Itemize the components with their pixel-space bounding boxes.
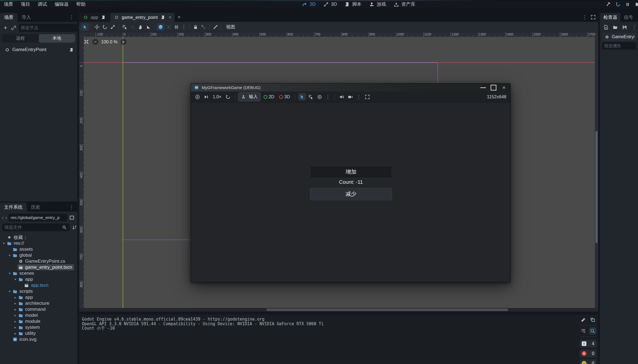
fs-tree-item-assets[interactable]: assets xyxy=(0,246,77,252)
smart-snap-icon[interactable] xyxy=(156,23,164,31)
sort-files-icon[interactable] xyxy=(71,224,78,231)
fs-tree-item-command[interactable]: ▸command xyxy=(0,306,77,312)
increase-button[interactable]: 增加 xyxy=(310,166,392,178)
mode-button-3D[interactable]: 3D xyxy=(320,0,339,8)
fs-tree-item-game_entry_point.tscn[interactable]: game_entry_point.tscn xyxy=(0,264,77,270)
toolbar-options-icon[interactable]: ⋮ xyxy=(180,24,187,30)
pan-hand-icon[interactable] xyxy=(137,23,144,31)
camera-mode-3D[interactable]: 3D xyxy=(277,94,292,99)
camera-mode-2D[interactable]: 2D xyxy=(262,94,276,99)
snap-options-icon[interactable] xyxy=(172,23,180,31)
maximize-button[interactable] xyxy=(489,85,498,91)
scene-filter-field[interactable] xyxy=(19,24,86,32)
game-toolbar-options-icon[interactable]: ⋮ xyxy=(324,94,332,100)
mode-button-脚本[interactable]: 脚本 xyxy=(341,0,364,8)
new-scene-tab-button[interactable]: + xyxy=(175,13,183,22)
hscroll-thumb[interactable] xyxy=(266,309,508,311)
zoom-in-button[interactable]: + xyxy=(120,39,126,45)
copy-output-icon[interactable] xyxy=(589,316,596,323)
tab-history[interactable]: 历史 xyxy=(27,203,44,212)
tab-import-dock[interactable]: 导入 xyxy=(17,13,35,22)
messages-count-badge[interactable]: !4 xyxy=(580,340,596,348)
mode-button-游戏[interactable]: 游戏 xyxy=(366,0,388,8)
left-dock-menu-icon[interactable]: ⋮ xyxy=(68,14,75,20)
group-icon[interactable] xyxy=(199,23,207,31)
tab-signals[interactable]: 信号 xyxy=(621,13,636,22)
collapse-arrow-icon[interactable]: ▾ xyxy=(7,271,12,275)
collapse-arrow-icon[interactable]: ▾ xyxy=(7,289,12,293)
game-toolbar-options-icon[interactable]: ⋮ xyxy=(355,94,362,100)
fs-tree-item-scripts[interactable]: ▾scripts xyxy=(0,288,77,294)
input-mode-toggle[interactable]: 输入 xyxy=(238,92,261,101)
bone-icon[interactable] xyxy=(211,23,219,31)
game-window-titlebar[interactable]: MyGFrameworkGame (DEBUG) × xyxy=(191,84,510,91)
speed-label[interactable]: 1.0× xyxy=(211,94,223,99)
add-node-icon[interactable]: + xyxy=(2,25,9,31)
stop-button[interactable] xyxy=(634,1,638,8)
collapse-arrow-icon[interactable]: ▾ xyxy=(2,241,6,245)
output-log[interactable]: Godot Engine v4.6.stable.mono.official.8… xyxy=(82,317,576,331)
save-resource-icon[interactable] xyxy=(621,24,628,31)
fs-tree-item-icon.svg[interactable]: icon.svg xyxy=(0,336,77,342)
expand-arrow-icon[interactable]: ▸ xyxy=(13,307,17,311)
fs-tree-item-[interactable]: ★收藏： xyxy=(0,234,77,240)
expand-arrow-icon[interactable]: ▸ xyxy=(13,295,17,299)
split-view-icon[interactable] xyxy=(69,214,75,221)
tab-inspector[interactable]: 检查器 xyxy=(600,13,621,22)
inspector-options-icon[interactable]: ⋮ xyxy=(631,24,638,30)
close-tab-icon[interactable]: × xyxy=(168,15,172,20)
mode-button-2D[interactable]: 2D xyxy=(299,0,318,8)
list-select-icon[interactable] xyxy=(307,93,315,100)
fs-tree-item-system[interactable]: ▸system xyxy=(0,324,77,330)
scene-tabs-menu-icon[interactable]: ⋮ xyxy=(581,14,588,20)
select-arrow-icon[interactable] xyxy=(81,23,89,31)
file-filter-field[interactable] xyxy=(2,223,70,231)
scene-tab-app[interactable]: app xyxy=(79,13,110,22)
vscroll-thumb[interactable] xyxy=(595,131,598,243)
scene-filter-input[interactable] xyxy=(21,25,77,30)
load-resource-icon[interactable] xyxy=(612,24,619,31)
menu-item-4[interactable]: 帮助 xyxy=(72,0,89,8)
close-button[interactable]: × xyxy=(500,85,508,91)
property-filter-input[interactable] xyxy=(604,43,634,48)
pause-circle-icon[interactable] xyxy=(194,93,201,100)
remote-tab[interactable]: 远程 xyxy=(2,34,39,43)
eye-target-icon[interactable] xyxy=(316,93,323,100)
nav-back-icon[interactable]: ‹ xyxy=(2,214,4,221)
menu-item-3[interactable]: 编辑器 xyxy=(51,0,72,8)
menu-item-0[interactable]: 场景 xyxy=(0,0,17,8)
center-view-icon[interactable] xyxy=(83,39,90,45)
tab-filesystem[interactable]: 文件系统 xyxy=(0,203,27,212)
fs-tree-item-module[interactable]: ▸module xyxy=(0,318,77,324)
expand-arrow-icon[interactable]: ▸ xyxy=(13,313,17,317)
path-input[interactable] xyxy=(11,215,65,220)
rotate-tool-icon[interactable] xyxy=(101,23,109,31)
fs-tree-item-architecture[interactable]: ▸architecture xyxy=(0,300,77,306)
clear-output-icon[interactable] xyxy=(580,316,587,323)
mode-button-资产库[interactable]: 资产库 xyxy=(391,0,418,8)
fs-tree-item-app[interactable]: ▸app xyxy=(0,294,77,300)
restart-button[interactable] xyxy=(615,1,622,8)
zoom-out-button[interactable]: − xyxy=(92,39,98,45)
camera-icon[interactable] xyxy=(347,93,354,100)
property-filter-field[interactable] xyxy=(602,42,636,50)
expand-arrow-icon[interactable]: ▸ xyxy=(13,319,17,323)
fs-tree-item-app.tscn[interactable]: app.tscn xyxy=(0,282,77,288)
canvas-horizontal-scrollbar[interactable] xyxy=(79,308,598,312)
warnings-count-badge[interactable]: !0 xyxy=(580,359,596,364)
fs-tree-item-global[interactable]: ▾global xyxy=(0,252,77,258)
build-button[interactable] xyxy=(605,1,612,8)
grid-snap-icon[interactable] xyxy=(164,23,172,31)
move-tool-icon[interactable] xyxy=(93,23,101,31)
path-field[interactable] xyxy=(8,214,67,221)
expand-arrow-icon[interactable]: ▸ xyxy=(13,325,17,329)
inspected-node-row[interactable]: GameEntryPoint. xyxy=(602,33,636,41)
next-frame-icon[interactable] xyxy=(202,93,210,100)
fs-tree-item-scenes[interactable]: ▾scenes xyxy=(0,270,77,276)
expand-arrow-icon[interactable]: ▸ xyxy=(13,301,17,305)
scene-tab-game_entry_point[interactable]: game_entry_point× xyxy=(110,13,175,22)
filter-messages-icon[interactable] xyxy=(580,327,587,335)
expand-editor-icon[interactable] xyxy=(590,14,596,20)
scale-tool-icon[interactable] xyxy=(109,23,117,31)
fullscreen-icon[interactable] xyxy=(364,93,371,100)
